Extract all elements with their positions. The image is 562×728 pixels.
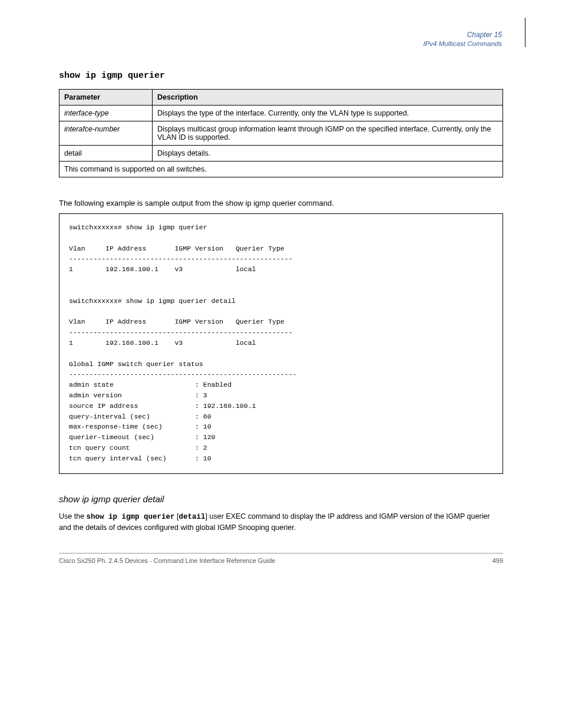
table-footer-row: This command is supported on all switche…: [59, 162, 503, 177]
table-row: interface-type Displays the type of the …: [59, 106, 503, 121]
param-desc: Displays details.: [153, 146, 503, 162]
table-header-row: Parameter Description: [59, 90, 503, 106]
col-header-parameter: Parameter: [59, 90, 153, 106]
header-chapter: Chapter 15: [423, 31, 502, 39]
param-name: interface-type: [64, 109, 109, 117]
section-body: Use the show ip igmp querier [detail] us…: [59, 511, 503, 533]
param-desc: Displays the type of the interface. Curr…: [153, 106, 503, 121]
command-title: show ip igmp querier: [59, 71, 503, 81]
example-output: switchxxxxxx# show ip igmp querier Vlan …: [59, 213, 503, 474]
param-desc: Displays multicast group information lea…: [153, 121, 503, 146]
footer-page-number: 499: [492, 557, 503, 564]
parameter-table: Parameter Description interface-type Dis…: [59, 89, 503, 177]
table-row: interafce-number Displays multicast grou…: [59, 121, 503, 146]
example-intro: The following example is sample output f…: [59, 199, 503, 207]
page-header: Chapter 15 IPv4 Multicast Commands: [423, 31, 502, 47]
page-footer: Cisco Sx250 Ph. 2.4.5 Devices - Command …: [59, 553, 503, 564]
table-row: detail Displays details.: [59, 146, 503, 162]
param-name: detail: [59, 146, 153, 162]
table-footer: This command is supported on all switche…: [59, 162, 503, 177]
section-title: show ip igmp querier detail: [59, 494, 503, 504]
header-section: IPv4 Multicast Commands: [423, 40, 502, 47]
col-header-description: Description: [153, 90, 503, 106]
param-name: interafce-number: [64, 125, 120, 133]
footer-doc: Cisco Sx250 Ph. 2.4.5 Devices - Command …: [59, 557, 275, 564]
